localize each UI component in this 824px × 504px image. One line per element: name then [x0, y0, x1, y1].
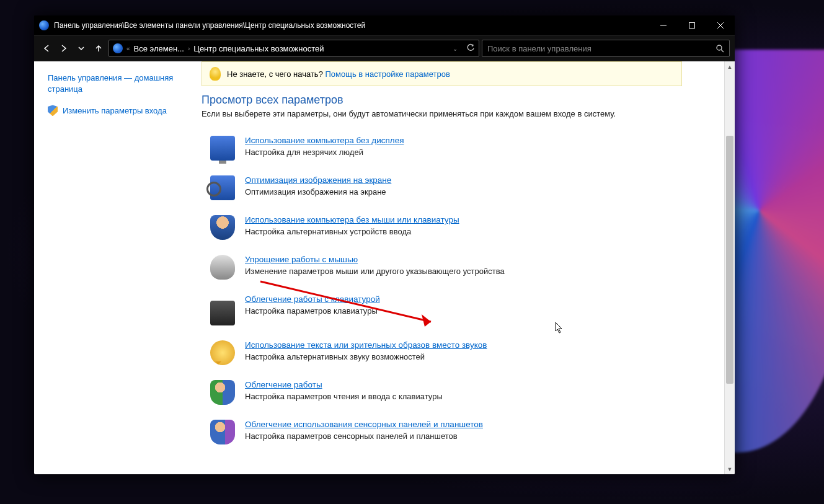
- option-easier-focus: Облегчение работы Настройка параметров ч…: [202, 376, 719, 416]
- option-desc: Настройка для незрячих людей: [245, 148, 404, 157]
- svg-rect-1: [689, 23, 695, 29]
- up-button[interactable]: [91, 41, 106, 56]
- maximize-button[interactable]: [678, 15, 706, 35]
- option-desc: Настройка параметров чтения и ввода с кл…: [245, 392, 443, 401]
- option-link[interactable]: Оптимизация изображения на экране: [245, 175, 391, 185]
- breadcrumb-segment[interactable]: Центр специальных возможностей: [193, 44, 324, 53]
- option-touch-tablets: Облегчение использования сенсорных панел…: [202, 416, 719, 456]
- address-bar[interactable]: « Все элемен... › Центр специальных возм…: [109, 40, 479, 57]
- option-link[interactable]: Облегчение использования сенсорных панел…: [245, 420, 483, 429]
- option-mouse-easier: Упрощение работы с мышью Изменение парам…: [202, 251, 719, 291]
- control-panel-home-link[interactable]: Панель управления — домашняя страница: [48, 73, 194, 95]
- chevron-left-icon: «: [126, 45, 130, 52]
- app-icon: [39, 20, 49, 30]
- content-area: Панель управления — домашняя страница Из…: [34, 61, 735, 474]
- option-desc: Настройка параметров клавиатуры: [245, 306, 380, 316]
- option-without-mouse-keyboard: Использование компьютера без мыши или кл…: [202, 211, 719, 251]
- option-optimize-display: Оптимизация изображения на экране Оптими…: [202, 172, 719, 211]
- control-panel-window: Панель управления\Все элементы панели уп…: [34, 15, 735, 474]
- option-link[interactable]: Использование компьютера без дисплея: [245, 136, 404, 145]
- option-desc: Настройка альтернативных звуку возможнос…: [245, 352, 487, 361]
- recent-dropdown-icon[interactable]: [74, 41, 89, 56]
- lightbulb-icon: [210, 67, 221, 81]
- person-tablet-icon: [210, 420, 235, 444]
- mouse-icon: [210, 255, 235, 280]
- hint-banner: Не знаете, с чего начать? Помощь в настр…: [202, 61, 682, 86]
- hint-text: Не знаете, с чего начать?: [227, 69, 323, 79]
- svg-point-4: [717, 45, 722, 50]
- option-link[interactable]: Использование компьютера без мыши или кл…: [245, 215, 459, 224]
- window-controls: [649, 15, 735, 35]
- cursor-icon: [555, 322, 564, 334]
- option-link[interactable]: Упрощение работы с мышью: [245, 255, 358, 264]
- option-text-visual-instead-sound: Использование текста или зрительных обра…: [202, 337, 719, 376]
- close-button[interactable]: [706, 15, 735, 35]
- address-icon: [113, 43, 123, 53]
- person-book-icon: [210, 380, 235, 405]
- option-link[interactable]: Облегчение работы: [245, 380, 322, 389]
- minimize-button[interactable]: [649, 15, 678, 35]
- option-desc: Изменение параметров мыши или другого ук…: [245, 267, 505, 276]
- refresh-button[interactable]: [466, 43, 475, 54]
- option-link[interactable]: Использование текста или зрительных обра…: [245, 340, 487, 350]
- scroll-thumb[interactable]: [726, 136, 733, 384]
- main-panel: Не знаете, с чего начать? Помощь в настр…: [202, 61, 724, 474]
- search-placeholder: Поиск в панели управления: [487, 44, 715, 53]
- section-subtitle: Если вы выберете эти параметры, они буду…: [202, 109, 719, 118]
- option-computer-without-display: Использование компьютера без дисплея Нас…: [202, 132, 719, 172]
- forward-button[interactable]: [56, 41, 71, 56]
- magnifier-monitor-icon: [210, 175, 235, 200]
- option-link[interactable]: Облегчение работы с клавиатурой: [245, 294, 380, 304]
- chevron-down-icon[interactable]: ⌄: [453, 45, 458, 52]
- sidebar: Панель управления — домашняя страница Из…: [34, 61, 202, 474]
- back-button[interactable]: [39, 41, 54, 56]
- person-icon: [210, 215, 235, 240]
- option-desc: Оптимизация изображения на экране: [245, 187, 391, 197]
- option-desc: Настройка параметров сенсорных панелей и…: [245, 431, 483, 441]
- svg-line-5: [721, 50, 724, 52]
- option-keyboard-easier: Облегчение работы с клавиатурой Настройк…: [202, 291, 719, 337]
- vertical-scrollbar[interactable]: ▲ ▼: [724, 61, 735, 474]
- scroll-down-icon[interactable]: ▼: [725, 464, 735, 474]
- breadcrumb-segment[interactable]: Все элемен...: [134, 44, 184, 53]
- scroll-up-icon[interactable]: ▲: [725, 61, 735, 72]
- section-title: Просмотр всех параметров: [202, 94, 719, 107]
- keyboard-icon: [210, 301, 235, 325]
- window-title: Панель управления\Все элементы панели уп…: [54, 21, 649, 30]
- sidebar-item-login-params[interactable]: Изменить параметры входа: [48, 105, 194, 116]
- speech-bubble-icon: [210, 340, 235, 365]
- search-icon: [715, 44, 724, 53]
- chevron-right-icon[interactable]: ›: [188, 45, 190, 52]
- shield-icon: [48, 105, 58, 116]
- option-desc: Настройка альтернативных устройств ввода: [245, 227, 459, 236]
- search-input[interactable]: Поиск в панели управления: [482, 40, 730, 57]
- monitor-speech-icon: [210, 136, 235, 161]
- navbar: « Все элемен... › Центр специальных возм…: [34, 35, 735, 61]
- hint-link[interactable]: Помощь в настройке параметров: [326, 69, 450, 79]
- sidebar-item-label: Изменить параметры входа: [63, 106, 167, 115]
- titlebar: Панель управления\Все элементы панели уп…: [34, 15, 735, 35]
